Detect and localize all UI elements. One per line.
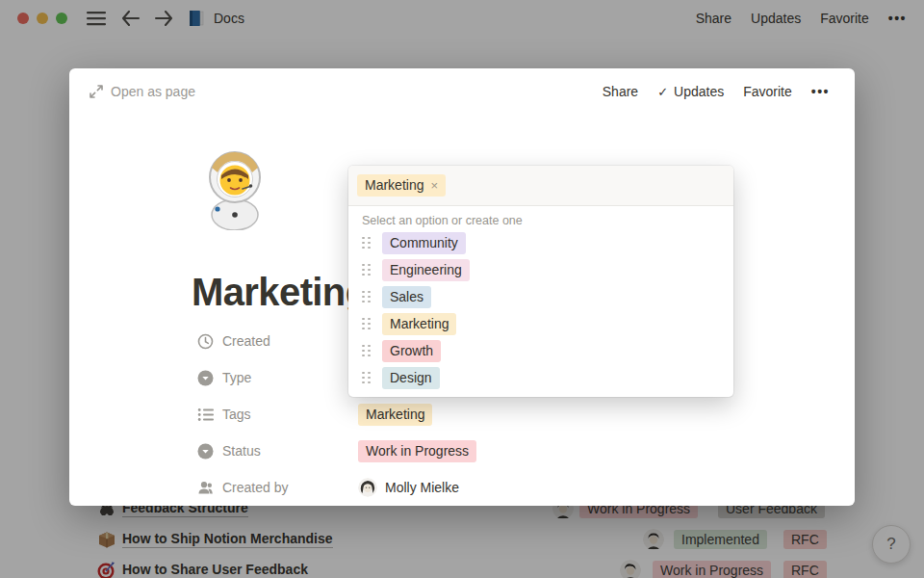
property-row-created-by[interactable]: Created by Molly Mielke — [197, 469, 476, 506]
option-chip[interactable]: Community — [382, 232, 466, 254]
property-row-tags[interactable]: Tags Marketing — [197, 396, 476, 433]
drag-handle-icon[interactable] — [362, 237, 371, 250]
page-title[interactable]: Marketing — [192, 271, 369, 314]
select-chevron-icon — [197, 443, 214, 460]
remove-tag-icon[interactable]: × — [430, 176, 438, 195]
option-growth[interactable]: Growth — [348, 337, 733, 364]
option-design[interactable]: Design — [348, 364, 733, 391]
modal-more-button[interactable]: ••• — [811, 84, 830, 99]
select-chevron-icon — [197, 370, 214, 386]
selected-tag-label: Marketing — [365, 176, 424, 195]
option-chip[interactable]: Sales — [382, 286, 431, 308]
tags-value-chip[interactable]: Marketing — [358, 404, 432, 426]
property-label: Created by — [222, 480, 358, 495]
check-icon: ✓ — [657, 85, 668, 99]
property-label: Status — [222, 443, 358, 459]
drag-handle-icon[interactable] — [362, 345, 371, 357]
option-sales[interactable]: Sales — [348, 283, 733, 310]
person-icon — [197, 480, 214, 496]
open-as-page-button[interactable]: Open as page — [90, 84, 195, 99]
created-by-value[interactable]: Molly Mielke — [358, 478, 459, 497]
app-window: Docs Share Updates Favorite ••• Feedback… — [0, 0, 924, 578]
drag-handle-icon[interactable] — [362, 291, 371, 303]
dropdown-hint: Select an option or create one — [348, 206, 733, 227]
property-label: Type — [222, 370, 358, 385]
modal-header: Open as page Share ✓ Updates Favorite ••… — [69, 68, 855, 115]
option-chip[interactable]: Design — [382, 367, 440, 389]
option-engineering[interactable]: Engineering — [348, 256, 733, 283]
dropdown-options: Community Engineering Sales Marketing Gr… — [348, 227, 733, 397]
drag-handle-icon[interactable] — [362, 318, 371, 330]
drag-handle-icon[interactable] — [362, 264, 371, 276]
option-chip[interactable]: Engineering — [382, 259, 470, 281]
option-chip[interactable]: Growth — [382, 340, 441, 362]
property-row-status[interactable]: Status Work in Progress — [197, 433, 476, 469]
option-chip[interactable]: Marketing — [382, 313, 456, 335]
property-label: Created — [222, 333, 358, 349]
created-by-name: Molly Mielke — [385, 480, 459, 495]
open-as-page-label: Open as page — [111, 84, 195, 99]
molly-avatar — [358, 478, 377, 497]
selected-tag-chip[interactable]: Marketing × — [357, 174, 446, 197]
drag-handle-icon[interactable] — [362, 372, 371, 384]
option-marketing[interactable]: Marketing — [348, 310, 733, 337]
expand-diagonal-icon — [90, 85, 103, 98]
modal-favorite-button[interactable]: Favorite — [743, 84, 792, 99]
tag-select-dropdown: Marketing × Select an option or create o… — [348, 166, 733, 397]
tag-input-area[interactable]: Marketing × — [348, 166, 733, 206]
status-value-chip[interactable]: Work in Progress — [358, 440, 476, 462]
modal-updates-button[interactable]: ✓ Updates — [657, 84, 724, 99]
clock-icon — [197, 333, 214, 350]
bulleted-list-icon — [197, 407, 214, 423]
property-label: Tags — [222, 407, 358, 422]
option-community[interactable]: Community — [348, 229, 733, 256]
modal-share-button[interactable]: Share — [603, 84, 638, 99]
woman-astronaut-emoji[interactable] — [197, 149, 272, 230]
modal-updates-label: Updates — [674, 84, 724, 99]
